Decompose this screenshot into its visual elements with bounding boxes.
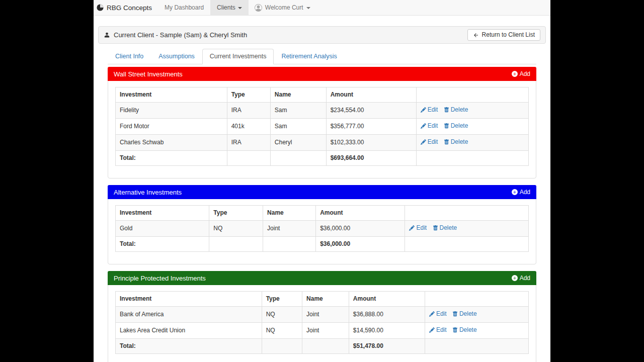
edit-link[interactable]: Edit bbox=[421, 122, 438, 130]
arrow-left-icon bbox=[473, 32, 479, 38]
panel-header: Alternative Investments Add bbox=[108, 185, 536, 199]
panel-body: Investment Type Name Amount bbox=[108, 285, 536, 362]
column-header-amount: Amount bbox=[316, 206, 405, 221]
add-investment-button[interactable]: Add bbox=[512, 275, 530, 282]
cell-type: IRA bbox=[227, 103, 270, 119]
tab-bar: Client Info Assumptions Current Investme… bbox=[108, 49, 536, 64]
tab-current-investments[interactable]: Current Investments bbox=[202, 49, 274, 64]
delete-link[interactable]: Delete bbox=[433, 224, 457, 232]
header-row: Investment Type Name Amount bbox=[116, 206, 529, 221]
cell-actions: Edit Delete bbox=[416, 135, 528, 151]
user-menu-label: Welcome Curt bbox=[265, 4, 303, 11]
column-header-investment: Investment bbox=[116, 87, 227, 103]
page-container: Current Client - Sample (Sam) & Cheryl S… bbox=[94, 16, 550, 362]
brand-label: RBG Concepts bbox=[107, 4, 152, 12]
nav-item-my-dashboard[interactable]: My Dashboard bbox=[158, 0, 210, 15]
cell-amount: $36,000.00 bbox=[316, 221, 405, 237]
investments-table: Investment Type Name Amount bbox=[115, 291, 529, 354]
tab-client-info[interactable]: Client Info bbox=[108, 49, 151, 64]
total-label: Total: bbox=[116, 339, 262, 354]
table-row: Ford Motor 401k Sam $356,777.00 Edit Del… bbox=[116, 119, 529, 135]
cell-actions: Edit Delete bbox=[425, 323, 528, 339]
cell-investment: Lakes Area Credit Union bbox=[116, 323, 262, 339]
delete-link[interactable]: Delete bbox=[452, 310, 477, 318]
trash-icon bbox=[444, 123, 449, 129]
panel-wall-street-investments: Wall Street Investments Add bbox=[108, 67, 536, 178]
tab-assumptions[interactable]: Assumptions bbox=[151, 49, 202, 64]
edit-link[interactable]: Edit bbox=[429, 310, 447, 318]
cell-actions: Edit Delete bbox=[425, 307, 528, 323]
cell-type: NQ bbox=[262, 307, 302, 323]
cell-type: 401k bbox=[227, 119, 270, 135]
trash-icon bbox=[452, 327, 458, 333]
table-row: Gold NQ Joint $36,000.00 Edit Delete bbox=[116, 221, 529, 237]
cell-amount: $102,333.00 bbox=[326, 135, 416, 151]
caret-down-icon bbox=[306, 7, 310, 9]
user-avatar-icon bbox=[255, 4, 262, 12]
tab-retirement-analysis[interactable]: Retirement Analysis bbox=[274, 49, 344, 64]
cell-actions: Edit Delete bbox=[416, 119, 528, 135]
panel-body: Investment Type Name Amount bbox=[108, 81, 536, 178]
pencil-icon bbox=[421, 139, 426, 145]
cell-amount: $234,554.00 bbox=[326, 103, 416, 119]
total-amount: $51,478.00 bbox=[349, 339, 425, 354]
total-row: Total: $51,478.00 bbox=[116, 339, 529, 354]
panel-alternative-investments: Alternative Investments Add bbox=[108, 185, 536, 264]
cell-type: NQ bbox=[262, 323, 302, 339]
pencil-icon bbox=[421, 107, 426, 113]
column-header-type: Type bbox=[262, 292, 302, 307]
total-row: Total: $693,664.00 bbox=[116, 151, 529, 166]
edit-link[interactable]: Edit bbox=[429, 326, 447, 334]
delete-link[interactable]: Delete bbox=[444, 138, 468, 146]
cell-name: Sam bbox=[270, 103, 326, 119]
cell-type: NQ bbox=[209, 221, 263, 237]
add-investment-button[interactable]: Add bbox=[512, 70, 530, 77]
add-investment-button[interactable]: Add bbox=[512, 189, 530, 196]
header-row: Investment Type Name Amount bbox=[116, 87, 529, 103]
return-to-client-list-button[interactable]: Return to Client List bbox=[467, 29, 540, 41]
cell-actions: Edit Delete bbox=[416, 103, 528, 119]
cell-name: Joint bbox=[263, 221, 316, 237]
cell-investment: Charles Schwab bbox=[116, 135, 227, 151]
delete-link[interactable]: Delete bbox=[444, 106, 468, 114]
top-navbar: RBG Concepts My Dashboard Clients Welcom… bbox=[94, 0, 550, 16]
plus-circle-icon bbox=[512, 71, 518, 77]
page-title: Current Client - Sample (Sam) & Cheryl S… bbox=[114, 30, 247, 40]
column-header-amount: Amount bbox=[349, 292, 425, 307]
trash-icon bbox=[444, 107, 449, 113]
header-row: Investment Type Name Amount bbox=[116, 292, 529, 307]
pencil-icon bbox=[409, 225, 415, 231]
cell-name: Joint bbox=[302, 307, 349, 323]
page-header: Current Client - Sample (Sam) & Cheryl S… bbox=[98, 26, 546, 44]
table-row: Charles Schwab IRA Cheryl $102,333.00 Ed… bbox=[116, 135, 529, 151]
pencil-icon bbox=[429, 311, 435, 317]
plus-circle-icon bbox=[512, 275, 518, 281]
edit-link[interactable]: Edit bbox=[421, 106, 438, 114]
cell-name: Sam bbox=[270, 119, 326, 135]
caret-down-icon bbox=[238, 7, 242, 9]
total-amount: $693,664.00 bbox=[326, 151, 416, 166]
navbar-brand[interactable]: RBG Concepts bbox=[94, 0, 158, 15]
user-menu[interactable]: Welcome Curt bbox=[249, 0, 316, 15]
panel-header: Principle Protected Investments Add bbox=[108, 271, 536, 285]
nav-item-clients[interactable]: Clients bbox=[210, 0, 249, 15]
table-row: Lakes Area Credit Union NQ Joint $14,590… bbox=[116, 323, 529, 339]
pencil-icon bbox=[421, 123, 426, 129]
current-client-title: Current Client - Sample (Sam) & Cheryl S… bbox=[104, 30, 247, 40]
column-header-name: Name bbox=[270, 87, 326, 103]
column-header-investment: Investment bbox=[116, 292, 262, 307]
column-header-name: Name bbox=[263, 206, 316, 221]
delete-link[interactable]: Delete bbox=[444, 122, 468, 130]
cell-name: Joint bbox=[302, 323, 349, 339]
panel-title: Alternative Investments bbox=[114, 189, 182, 196]
brand-logo-icon bbox=[97, 4, 104, 11]
cell-investment: Ford Motor bbox=[116, 119, 227, 135]
edit-link[interactable]: Edit bbox=[409, 224, 427, 232]
column-header-amount: Amount bbox=[326, 87, 416, 103]
delete-link[interactable]: Delete bbox=[452, 326, 477, 334]
column-header-actions bbox=[405, 206, 529, 221]
edit-link[interactable]: Edit bbox=[421, 138, 438, 146]
cell-amount: $14,590.00 bbox=[349, 323, 425, 339]
person-icon bbox=[104, 32, 110, 38]
cell-investment: Gold bbox=[116, 221, 209, 237]
